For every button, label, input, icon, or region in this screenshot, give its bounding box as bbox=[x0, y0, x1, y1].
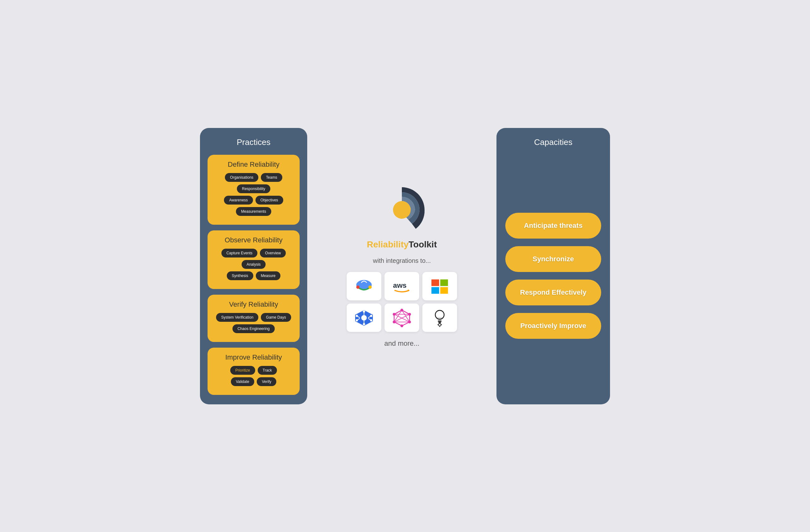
svg-point-3 bbox=[356, 285, 360, 289]
svg-point-20 bbox=[363, 323, 365, 325]
svg-point-33 bbox=[408, 313, 411, 315]
aws-icon: aws bbox=[391, 277, 413, 296]
capacity-text-1: Synchronize bbox=[533, 255, 574, 263]
integration-graphql bbox=[385, 303, 419, 332]
svg-point-32 bbox=[401, 309, 403, 311]
main-layout: Practices Define ReliabilityOrganisation… bbox=[200, 128, 610, 404]
integration-backstage bbox=[422, 303, 457, 332]
integrations-label: with integrations to... bbox=[373, 257, 431, 264]
capacity-text-0: Anticipate threats bbox=[524, 221, 583, 230]
svg-point-42 bbox=[439, 324, 440, 325]
integration-aws: aws bbox=[385, 272, 419, 300]
svg-point-36 bbox=[393, 320, 395, 323]
pill-chaos-engineering: Chaos Engineering bbox=[232, 324, 275, 333]
logo-toolkit: Toolkit bbox=[408, 239, 437, 249]
pill-row-0-1: AwarenessObjectivesMeasurements bbox=[213, 196, 294, 216]
pill-system-verification: System Verification bbox=[216, 313, 258, 322]
svg-point-12 bbox=[361, 315, 367, 320]
svg-rect-10 bbox=[440, 287, 448, 294]
capacity-ovals: Anticipate threatsSynchronizeRespond Eff… bbox=[505, 156, 601, 395]
pill-prioritize: Prioritize bbox=[230, 366, 255, 375]
practice-card-0: Define ReliabilityOrganisationsTeamsResp… bbox=[208, 155, 299, 225]
pill-track: Track bbox=[258, 366, 277, 375]
practices-title: Practices bbox=[208, 137, 299, 147]
practice-card-2: Verify ReliabilitySystem VerificationGam… bbox=[208, 295, 299, 342]
pill-capture-events: Capture Events bbox=[222, 249, 258, 257]
svg-point-35 bbox=[401, 324, 403, 327]
pill-synthesis: Synthesis bbox=[227, 271, 253, 280]
svg-rect-9 bbox=[432, 287, 439, 294]
svg-text:aws: aws bbox=[393, 281, 407, 289]
svg-point-0 bbox=[393, 201, 411, 219]
logo-reliability: Reliability bbox=[367, 239, 408, 249]
pill-overview: Overview bbox=[260, 249, 286, 257]
integration-kubernetes bbox=[347, 303, 381, 332]
capacity-oval-0: Anticipate threats bbox=[505, 213, 601, 238]
pill-row-2-0: System VerificationGame DaysChaos Engine… bbox=[213, 313, 294, 333]
pill-awareness: Awareness bbox=[224, 196, 253, 204]
center-panel: ReliabilityToolkit with integrations to.… bbox=[317, 128, 487, 404]
svg-marker-6 bbox=[408, 289, 409, 292]
pill-row-3-1: ValidateVerify bbox=[213, 377, 294, 386]
capacity-oval-1: Synchronize bbox=[505, 246, 601, 272]
pill-verify: Verify bbox=[257, 377, 276, 386]
practice-card-title-0: Define Reliability bbox=[213, 161, 294, 169]
capacity-oval-2: Respond Effectively bbox=[505, 280, 601, 305]
pill-responsibility: Responsibility bbox=[237, 184, 270, 193]
pill-organisations: Organisations bbox=[225, 173, 258, 182]
svg-point-23 bbox=[356, 319, 358, 321]
capacity-oval-3: Proactively Improve bbox=[505, 313, 601, 339]
svg-point-22 bbox=[370, 315, 372, 317]
pill-validate: Validate bbox=[231, 377, 254, 386]
reliability-toolkit-logo bbox=[377, 185, 427, 235]
svg-point-34 bbox=[408, 320, 411, 323]
practice-card-1: Observe ReliabilityCapture EventsOvervie… bbox=[208, 230, 299, 289]
backstage-icon bbox=[429, 308, 451, 327]
practices-panel: Practices Define ReliabilityOrganisation… bbox=[200, 128, 307, 404]
svg-rect-1 bbox=[378, 205, 386, 215]
integrations-grid: aws bbox=[347, 272, 457, 332]
logo-text: ReliabilityToolkit bbox=[367, 239, 437, 250]
practice-card-3: Improve ReliabilityPrioritizeTrackValida… bbox=[208, 348, 299, 395]
svg-rect-7 bbox=[432, 279, 439, 286]
practice-card-title-2: Verify Reliability bbox=[213, 300, 294, 309]
pill-measure: Measure bbox=[256, 271, 281, 280]
and-more-label: and more... bbox=[384, 339, 419, 348]
azure-icon bbox=[429, 277, 451, 296]
svg-rect-8 bbox=[440, 279, 448, 286]
svg-point-21 bbox=[356, 315, 358, 317]
capacity-text-3: Proactively Improve bbox=[520, 322, 586, 330]
svg-rect-39 bbox=[438, 320, 442, 322]
svg-point-19 bbox=[363, 310, 365, 312]
capacity-text-2: Respond Effectively bbox=[520, 288, 586, 296]
pill-measurements: Measurements bbox=[236, 207, 271, 216]
kubernetes-icon bbox=[353, 308, 375, 327]
pill-analysis: Analysis bbox=[242, 260, 266, 269]
practice-card-title-3: Improve Reliability bbox=[213, 353, 294, 362]
integration-gcp bbox=[347, 272, 381, 300]
pill-row-0-0: OrganisationsTeamsResponsibility bbox=[213, 173, 294, 193]
capacities-title: Capacities bbox=[505, 137, 601, 147]
graphql-icon bbox=[391, 308, 413, 327]
capacities-panel: Capacities Anticipate threatsSynchronize… bbox=[497, 128, 610, 404]
pill-teams: Teams bbox=[261, 173, 282, 182]
pill-row-3-0: PrioritizeTrack bbox=[213, 366, 294, 375]
practice-card-title-1: Observe Reliability bbox=[213, 236, 294, 244]
integration-azure bbox=[422, 272, 457, 300]
pill-row-1-1: SynthesisMeasure bbox=[213, 271, 294, 280]
svg-point-37 bbox=[393, 313, 395, 315]
pill-objectives: Objectives bbox=[256, 196, 283, 204]
svg-point-4 bbox=[368, 285, 372, 289]
pill-game-days: Game Days bbox=[261, 313, 291, 322]
svg-point-24 bbox=[370, 319, 372, 321]
logo-container: ReliabilityToolkit bbox=[367, 185, 437, 250]
pill-row-1-0: Capture EventsOverviewAnalysis bbox=[213, 249, 294, 269]
gcp-icon bbox=[353, 277, 375, 296]
